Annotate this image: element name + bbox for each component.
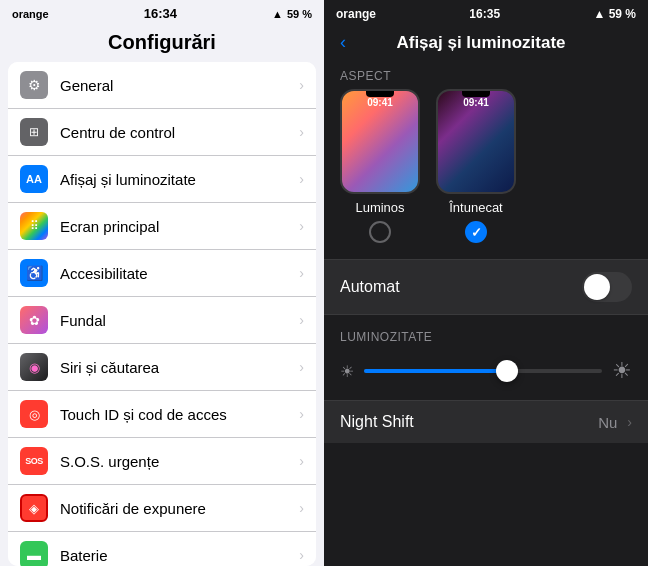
exposure-chevron: › (299, 500, 304, 516)
night-shift-value: Nu (598, 414, 617, 431)
appearance-row: 09:41 Luminos 09:41 Întunecat (324, 89, 648, 259)
sidebar-item-general[interactable]: ⚙ General › (8, 62, 316, 109)
exposure-icon: ◈ (20, 494, 48, 522)
display-label: Afișaj și luminozitate (60, 171, 295, 188)
dark-mode-label: Întunecat (449, 200, 503, 215)
dark-mode-preview: 09:41 (436, 89, 516, 194)
settings-list: ⚙ General › ⊞ Centru de control › AA Afi… (8, 62, 316, 566)
general-chevron: › (299, 77, 304, 93)
light-mode-time: 09:41 (342, 97, 418, 108)
left-wifi-icon: ▲ (272, 8, 283, 20)
accessibility-label: Accesibilitate (60, 265, 295, 282)
left-title: Configurări (0, 31, 324, 54)
right-carrier: orange (336, 7, 376, 21)
sos-icon: SOS (20, 447, 48, 475)
light-mode-radio[interactable] (369, 221, 391, 243)
right-panel: orange 16:35 ▲ 59 % ‹ Afișaj și luminozi… (324, 0, 648, 566)
brightness-slider-row: ☀ ☀ (324, 350, 648, 392)
siri-chevron: › (299, 359, 304, 375)
sidebar-item-siri[interactable]: ◉ Siri și căutarea › (8, 344, 316, 391)
light-mode-option[interactable]: 09:41 Luminos (340, 89, 420, 243)
sos-label: S.O.S. urgențe (60, 453, 295, 470)
automat-toggle[interactable] (582, 272, 632, 302)
back-button[interactable]: ‹ (340, 32, 346, 53)
luminozitate-label: LUMINOZITATE (324, 322, 648, 350)
right-title: Afișaj și luminozitate (350, 33, 612, 53)
siri-label: Siri și căutarea (60, 359, 295, 376)
automat-toggle-knob (584, 274, 610, 300)
sidebar-item-wallpaper[interactable]: ✿ Fundal › (8, 297, 316, 344)
battery-icon-item: ▬ (20, 541, 48, 566)
sun-icon-small: ☀ (340, 362, 354, 381)
brightness-section: LUMINOZITATE ☀ ☀ (324, 314, 648, 392)
wallpaper-label: Fundal (60, 312, 295, 329)
dark-mode-option[interactable]: 09:41 Întunecat (436, 89, 516, 243)
control-center-chevron: › (299, 124, 304, 140)
home-screen-chevron: › (299, 218, 304, 234)
dark-mode-time: 09:41 (438, 97, 514, 108)
left-status-icons: ▲ 59 % (272, 8, 312, 20)
sos-chevron: › (299, 453, 304, 469)
sidebar-item-touchid[interactable]: ◎ Touch ID și cod de acces › (8, 391, 316, 438)
automat-row: Automat (324, 260, 648, 314)
light-mode-label: Luminos (355, 200, 404, 215)
automat-label: Automat (340, 278, 582, 296)
sidebar-item-control-center[interactable]: ⊞ Centru de control › (8, 109, 316, 156)
dark-mode-radio[interactable] (465, 221, 487, 243)
control-center-label: Centru de control (60, 124, 295, 141)
accessibility-icon: ♿ (20, 259, 48, 287)
exposure-label: Notificări de expunere (60, 500, 295, 517)
right-status-bar: orange 16:35 ▲ 59 % (324, 0, 648, 28)
brightness-slider[interactable] (364, 369, 602, 373)
touchid-icon: ◎ (20, 400, 48, 428)
general-icon: ⚙ (20, 71, 48, 99)
home-screen-icon: ⠿ (20, 212, 48, 240)
night-shift-label: Night Shift (340, 413, 598, 431)
sidebar-item-exposure[interactable]: ◈ Notificări de expunere › (8, 485, 316, 532)
left-status-bar: orange 16:34 ▲ 59 % (0, 0, 324, 27)
brightness-thumb[interactable] (496, 360, 518, 382)
left-battery: 59 % (287, 8, 312, 20)
left-panel: orange 16:34 ▲ 59 % Configurări ⚙ Genera… (0, 0, 324, 566)
sun-icon-large: ☀ (612, 358, 632, 384)
night-shift-chevron: › (627, 414, 632, 430)
right-wifi-icon: ▲ (593, 7, 605, 21)
right-battery: 59 % (609, 7, 636, 21)
wallpaper-chevron: › (299, 312, 304, 328)
left-header: Configurări (0, 27, 324, 62)
control-center-icon: ⊞ (20, 118, 48, 146)
sidebar-item-sos[interactable]: SOS S.O.S. urgențe › (8, 438, 316, 485)
sidebar-item-accessibility[interactable]: ♿ Accesibilitate › (8, 250, 316, 297)
battery-chevron: › (299, 547, 304, 563)
battery-label: Baterie (60, 547, 295, 564)
right-header: ‹ Afișaj și luminozitate (324, 28, 648, 61)
brightness-fill (364, 369, 507, 373)
display-chevron: › (299, 171, 304, 187)
light-mode-preview: 09:41 (340, 89, 420, 194)
aspect-section-label: ASPECT (324, 61, 648, 89)
sidebar-item-display[interactable]: AA Afișaj și luminozitate › (8, 156, 316, 203)
siri-icon: ◉ (20, 353, 48, 381)
right-content: ASPECT 09:41 Luminos 09:41 Întunecat (324, 61, 648, 566)
touchid-chevron: › (299, 406, 304, 422)
right-time: 16:35 (469, 7, 500, 21)
display-icon: AA (20, 165, 48, 193)
accessibility-chevron: › (299, 265, 304, 281)
wallpaper-icon: ✿ (20, 306, 48, 334)
touchid-label: Touch ID și cod de acces (60, 406, 295, 423)
general-label: General (60, 77, 295, 94)
sidebar-item-battery[interactable]: ▬ Baterie › (8, 532, 316, 566)
left-carrier: orange (12, 8, 49, 20)
night-shift-row[interactable]: Night Shift Nu › (324, 400, 648, 443)
sidebar-item-home-screen[interactable]: ⠿ Ecran principal › (8, 203, 316, 250)
home-screen-label: Ecran principal (60, 218, 295, 235)
right-status-icons: ▲ 59 % (593, 7, 636, 21)
left-time: 16:34 (144, 6, 177, 21)
